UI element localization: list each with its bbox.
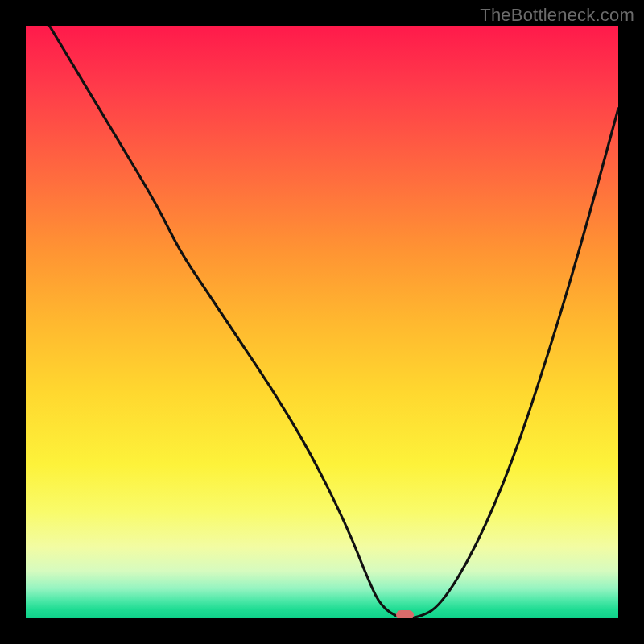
plot-area <box>26 26 618 618</box>
chart-frame: TheBottleneck.com <box>0 0 644 644</box>
watermark-text: TheBottleneck.com <box>480 5 634 26</box>
bottleneck-curve <box>26 26 618 618</box>
optimum-marker <box>396 610 414 618</box>
